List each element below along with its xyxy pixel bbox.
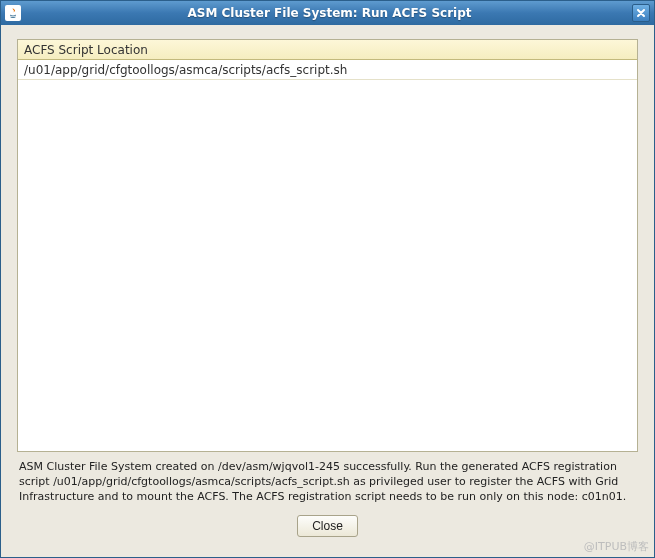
table-row[interactable]: /u01/app/grid/cfgtoollogs/asmca/scripts/… [18,60,637,80]
table-header-script-location: ACFS Script Location [18,40,637,60]
status-message: ASM Cluster File System created on /dev/… [17,452,638,511]
button-row: Close [17,511,638,547]
window-close-button[interactable] [632,4,650,22]
table-empty-area [18,80,637,451]
dialog-window: ASM Cluster File System: Run ACFS Script… [0,0,655,558]
close-button[interactable]: Close [297,515,358,537]
java-icon [5,5,21,21]
script-location-table: ACFS Script Location /u01/app/grid/cfgto… [17,39,638,452]
dialog-content: ACFS Script Location /u01/app/grid/cfgto… [1,25,654,557]
close-icon [636,8,646,18]
titlebar: ASM Cluster File System: Run ACFS Script [1,1,654,25]
window-title: ASM Cluster File System: Run ACFS Script [27,6,632,20]
